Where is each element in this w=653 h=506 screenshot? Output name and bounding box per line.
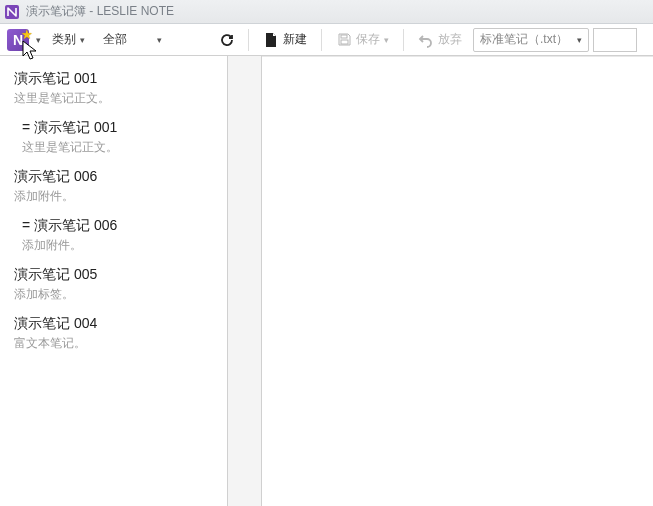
note-preview: 这里是笔记正文。: [14, 90, 213, 107]
separator: [248, 29, 249, 51]
note-list-panel: 演示笔记 001这里是笔记正文。= 演示笔记 001这里是笔记正文。演示笔记 0…: [0, 56, 228, 506]
search-input[interactable]: [593, 28, 637, 52]
chevron-down-icon: ▾: [384, 35, 389, 45]
note-item[interactable]: 演示笔记 004富文本笔记。: [0, 309, 227, 358]
filter-label: 全部: [103, 31, 127, 48]
app-menu-button[interactable]: N ★: [4, 27, 32, 53]
star-icon: ★: [21, 27, 33, 42]
titlebar: 演示笔记簿 - LESLIE NOTE: [0, 0, 653, 24]
filter-dropdown[interactable]: 全部 ▾: [96, 28, 169, 52]
gutter[interactable]: [228, 56, 262, 506]
main-area: 演示笔记 001这里是笔记正文。= 演示笔记 001这里是笔记正文。演示笔记 0…: [0, 56, 653, 506]
note-title: = 演示笔记 001: [22, 119, 213, 137]
note-title: 演示笔记 006: [14, 168, 213, 186]
document-icon: [263, 32, 279, 48]
note-item[interactable]: 演示笔记 001这里是笔记正文。: [0, 64, 227, 113]
note-type-select[interactable]: 标准笔记（.txt） ▾: [473, 28, 589, 52]
chevron-down-icon[interactable]: ▾: [36, 35, 41, 45]
chevron-down-icon: ▾: [577, 35, 582, 45]
discard-button[interactable]: 放弃: [411, 28, 469, 52]
category-label: 类别: [52, 31, 76, 48]
save-label: 保存: [356, 31, 380, 48]
app-icon: [4, 4, 20, 20]
note-title: 演示笔记 004: [14, 315, 213, 333]
separator: [321, 29, 322, 51]
note-preview: 添加附件。: [14, 188, 213, 205]
refresh-button[interactable]: [213, 28, 241, 52]
note-title: = 演示笔记 006: [22, 217, 213, 235]
window-title: 演示笔记簿 - LESLIE NOTE: [26, 3, 174, 20]
chevron-down-icon: ▾: [157, 35, 162, 45]
editor-area[interactable]: [262, 56, 653, 506]
note-preview: 添加标签。: [14, 286, 213, 303]
refresh-icon: [219, 32, 235, 48]
new-label: 新建: [283, 31, 307, 48]
note-preview: 添加附件。: [22, 237, 213, 254]
chevron-down-icon: ▾: [80, 35, 85, 45]
discard-label: 放弃: [438, 31, 462, 48]
category-dropdown[interactable]: 类别 ▾: [45, 28, 92, 52]
svg-rect-2: [341, 40, 348, 44]
note-preview: 这里是笔记正文。: [22, 139, 213, 156]
note-title: 演示笔记 001: [14, 70, 213, 88]
note-title: 演示笔记 005: [14, 266, 213, 284]
note-item[interactable]: 演示笔记 005添加标签。: [0, 260, 227, 309]
save-button[interactable]: 保存 ▾: [329, 28, 396, 52]
svg-rect-1: [341, 35, 347, 38]
note-preview: 富文本笔记。: [14, 335, 213, 352]
save-icon: [336, 32, 352, 48]
undo-icon: [418, 32, 434, 48]
note-item[interactable]: 演示笔记 006添加附件。: [0, 162, 227, 211]
note-type-value: 标准笔记（.txt）: [480, 31, 568, 48]
new-button[interactable]: 新建: [256, 28, 314, 52]
note-item[interactable]: = 演示笔记 006添加附件。: [0, 211, 227, 260]
note-item[interactable]: = 演示笔记 001这里是笔记正文。: [0, 113, 227, 162]
toolbar: N ★ ▾ 类别 ▾ 全部 ▾ 新建 保存 ▾ 放弃: [0, 24, 653, 56]
separator: [403, 29, 404, 51]
